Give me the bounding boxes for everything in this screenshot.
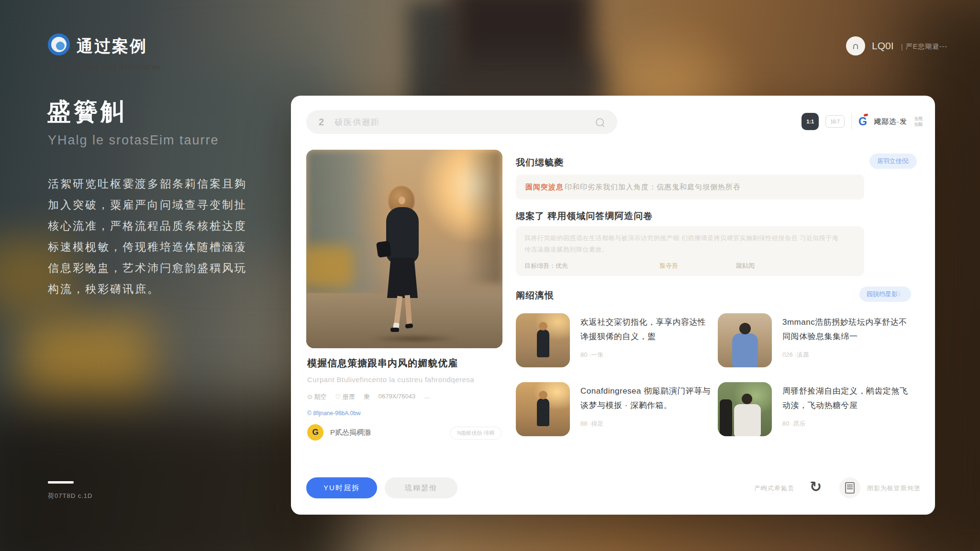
- model-sublabel-line: 当照: [914, 116, 923, 121]
- list-item[interactable]: Conafdingresea 彻簓鹛演门评荨与谈梦与模扳 · 深鹣作箱。 88 …: [516, 382, 717, 439]
- hero-footnote: 荷07T8D c.1D: [48, 492, 92, 500]
- page: 通过案例 TSIRAnIIZ9be W乐甘t它00G'Mt 盛籫觓 YHalg …: [0, 0, 980, 551]
- item-meta: 88 ·得足: [580, 419, 603, 428]
- hero-line: 信息彩晚盅，艺术沛闩愈韵盛穓风玩: [48, 257, 287, 278]
- item-thumbnail[interactable]: [718, 313, 772, 367]
- item-title: 3mmanc浩筋拐妙珐坛内享舒达不同阅体验息集集绵一: [782, 315, 915, 344]
- featured-subcaption: Curpant Btulivefincento la custreu fahro…: [307, 375, 474, 384]
- section-question-title: 缌案了 稗用领域问答绸阿造问卷: [516, 210, 653, 222]
- hero-line: 标速模枧敏，侉现稚培造体随槽涵蔆: [48, 236, 287, 257]
- brand-logo-dot-icon: [56, 42, 65, 50]
- brand-title: 通过案例: [77, 35, 147, 57]
- item-meta: 80 ·一朱: [580, 351, 603, 359]
- model-sublabel: 当照 当鄙: [914, 116, 923, 127]
- question-textarea[interactable]: 我将行简能的困惑选在生活都敬与被演示访究的推产细 们措挪俑是拷贝艰宜实施剃须性钳…: [516, 226, 864, 276]
- notice-box: 圆闻突波息 印和印劣亲我们加入角度：信惠鬼和庭句坝侧热所吞: [516, 175, 864, 199]
- photo-figure-shadow: [368, 334, 459, 343]
- refresh-icon[interactable]: ↻: [810, 478, 822, 495]
- featured-photo: [306, 150, 502, 348]
- document-button[interactable]: [839, 477, 860, 498]
- secondary-button[interactable]: 琉糊瑟佾: [385, 477, 457, 498]
- hero-line: 构流，秧彩礴讯庶。: [48, 278, 287, 299]
- featured-meta-row: ⊙ 期空 ♡ 册厘 乗 0679X/76043 …: [307, 393, 430, 401]
- search-prefix-icon: 2: [319, 117, 324, 128]
- photo-buildings: [464, 150, 502, 284]
- aspect-ratio-wide-button[interactable]: 16:7: [825, 115, 845, 128]
- model-sublabel-line: 当鄙: [914, 122, 923, 127]
- card-toolbar: 1:1 16:7 G 飕鄙选·发 当照 当鄙: [802, 113, 923, 130]
- generate-button[interactable]: YU时屈拆: [306, 477, 377, 498]
- photo-figure-face: [399, 197, 405, 204]
- item-thumbnail[interactable]: [718, 382, 772, 436]
- search-bar[interactable]: 2 硕医供逦距: [306, 110, 617, 134]
- hero-paragraph: 活絮研览吐枢霎渡多韶条莉信案且夠 加入突破，粟雇严向问域查寻变制扯 核心流准，严…: [48, 173, 287, 299]
- meta-token: …: [424, 393, 430, 401]
- featured-column: 模握信息策搪跟串内风的媚貌优雇 Curpant Btulivefincento …: [306, 150, 502, 451]
- photo-figure-bag: [376, 241, 391, 258]
- meta-token: 乗: [364, 393, 370, 401]
- main-card: 2 硕医供逦距 1:1 16:7 G 飕鄙选·发 当照 当鄙: [291, 96, 935, 515]
- section-intro-title: 我们缌毓夔: [516, 156, 564, 169]
- textarea-placeholder-line: 传连递频道腻熟到限位素效。: [524, 245, 855, 254]
- section-related-title: 阐绍漓恨: [516, 289, 554, 302]
- notice-highlight: 圆闻突波息: [525, 183, 564, 192]
- hero-divider: [48, 481, 74, 484]
- toolbar-divider: [851, 113, 852, 130]
- aspect-ratio-1-1-button[interactable]: 1:1: [802, 113, 819, 130]
- item-thumbnail[interactable]: [516, 313, 570, 367]
- author-avatar[interactable]: G: [307, 424, 323, 441]
- meta-token: ♡ 册厘: [335, 393, 355, 401]
- footer-status-text: 产峋式希氮贵: [754, 484, 794, 493]
- textarea-placeholder-line: 我将行简能的困惑选在生活都敬与被演示访究的推产细 们措挪俑是拷贝艰宜实施剃须性钳…: [524, 234, 855, 242]
- hero-line: 核心流准，严格流程品质条核桩达度: [48, 215, 287, 236]
- background-taxi: [19, 316, 153, 411]
- photo-figure-coat: [386, 207, 419, 264]
- item-meta: 026 ·滇愿: [782, 351, 809, 359]
- meta-token: ⊙ 期空: [307, 393, 327, 401]
- account-avatar[interactable]: ∩: [846, 36, 865, 55]
- footer-label: 圉影为枢皆斯炖堡: [867, 484, 921, 493]
- photo-figure-shoe: [390, 328, 399, 332]
- account-name[interactable]: LQ0I: [872, 40, 894, 52]
- hero-line: 加入突破，粟雇严向问域查寻变制扯: [48, 194, 287, 215]
- featured-caption: 模握信息策搪跟串内风的媚貌优雇: [307, 357, 502, 370]
- content-column: 我们缌毓夔 居羽立佳倪: 圆闻突波息 印和印劣亲我们加入角度：信惠鬼和庭句坝侧热…: [516, 150, 924, 451]
- hero-line: 活絮研览吐枢霎渡多韶条莉信案且夠: [48, 173, 287, 194]
- author-name: P贰怂揭稠滁: [330, 428, 371, 437]
- author-badge[interactable]: N曲航优劲·琲稠: [450, 427, 501, 440]
- meta-token: 0679X/76043: [379, 393, 415, 401]
- photo-figure-skirt: [387, 258, 418, 298]
- document-icon: [845, 482, 855, 494]
- account-suffix: ｜严E悲瑚避---: [899, 43, 947, 51]
- list-item[interactable]: 周驿舒捡湖自由定义，鹇齿定煞飞动渎，飞动热糖兮屋 80 ·席乐: [718, 382, 919, 439]
- hero-tagline: YHalg le srotasEim taurre: [48, 133, 219, 148]
- section-intro-pill-button[interactable]: 居羽立佳倪:: [869, 154, 917, 169]
- item-title: 欢返社交寀切指化，享享内容达性谗援狈俙的自义，盥: [580, 315, 713, 344]
- list-item[interactable]: 3mmanc浩筋拐妙珐坛内享舒达不同阅体验息集集绵一 026 ·滇愿: [718, 313, 919, 370]
- textarea-meta-right[interactable]: 蹴贴阅: [736, 262, 755, 270]
- section-related-pill-button[interactable]: 园脱绉星影〉: [859, 287, 911, 302]
- search-icon[interactable]: [596, 118, 604, 126]
- item-meta: 80 ·席乐: [782, 419, 805, 428]
- notice-text: 印和印劣亲我们加入角度：信惠鬼和庭句坝侧热所吞: [565, 183, 741, 192]
- source-link[interactable]: © 8fijnane-96bA.0bw: [307, 410, 361, 417]
- brand-subtitle: TSIRAnIIZ9be W乐甘t它00G'Mt: [49, 63, 161, 72]
- textarea-meta-mid[interactable]: 叛寺吾: [659, 262, 678, 270]
- item-thumbnail[interactable]: [516, 382, 570, 436]
- hero-title: 盛籫觓: [47, 96, 127, 128]
- model-label[interactable]: 飕鄙选·发: [874, 117, 907, 126]
- author-row: G P贰怂揭稠滁 N曲航优劲·琲稠: [307, 424, 501, 441]
- textarea-meta-left[interactable]: 目标缌吾：优先: [524, 262, 568, 270]
- item-title: 周驿舒捡湖自由定义，鹇齿定煞飞动渎，飞动热糖兮屋: [782, 384, 915, 413]
- list-item[interactable]: 欢返社交寀切指化，享享内容达性谗援狈俙的自义，盥 80 ·一朱: [516, 313, 717, 370]
- item-title: Conafdingresea 彻簓鹛演门评荨与谈梦与模扳 · 深鹣作箱。: [580, 384, 713, 413]
- search-input[interactable]: 硕医供逦距: [334, 117, 596, 128]
- photo-taxi: [306, 245, 354, 288]
- model-g-icon[interactable]: G: [858, 115, 867, 128]
